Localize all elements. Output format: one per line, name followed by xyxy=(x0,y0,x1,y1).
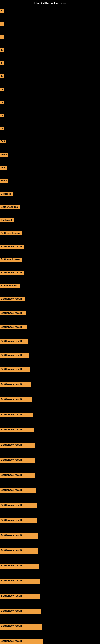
bottleneck-result-label: Bottleneck result xyxy=(0,624,42,630)
bottleneck-result-label: Bottleneck result xyxy=(0,518,37,524)
bottleneck-result-label: B xyxy=(0,62,3,65)
bottleneck-result-label: Bottle xyxy=(0,179,8,183)
bottleneck-result-label: Bottleneck result xyxy=(0,578,40,584)
bottleneck-result-label: Bottleneck result xyxy=(0,548,38,554)
bottleneck-result-label: Bottleneck result xyxy=(0,271,24,275)
bottleneck-result-label: Bottleneck result xyxy=(0,311,26,315)
bottleneck-result-label: Bottleneck result xyxy=(0,244,24,248)
bottleneck-result-label: Bottleneck result xyxy=(0,412,33,418)
bottleneck-result-label: Bottleneck result xyxy=(0,594,40,599)
bottleneck-result-label: B xyxy=(0,22,3,26)
bottleneck-result-label: B xyxy=(0,9,3,13)
bottleneck-result-label: Bottl xyxy=(0,166,7,170)
bottleneck-result-label: Bottleneck result xyxy=(0,398,32,402)
bottleneck-result-label: Bo xyxy=(0,48,4,52)
bottleneck-result-label: Bottleneck res xyxy=(0,205,20,209)
bottleneck-result-label: Bottleneck result xyxy=(0,639,43,644)
bottleneck-result-label: Bottleneck result xyxy=(0,428,34,432)
bottleneck-result-label: Bo xyxy=(0,100,4,104)
bottleneck-result-label: Bottleneck result xyxy=(0,325,27,330)
bottleneck-result-label: Bottleneck result xyxy=(0,564,39,569)
bottleneck-result-label: Bottleneck result xyxy=(0,443,35,448)
bottleneck-result-label: Bottle xyxy=(0,153,8,156)
bottleneck-result-label: Bottleneck result xyxy=(0,488,36,493)
bottleneck-result-label: Bottleneck result xyxy=(0,458,35,463)
bottleneck-result-label: Bottleneck result xyxy=(0,533,38,538)
bottleneck-result-label: Bo xyxy=(0,88,4,91)
bottleneck-result-label: Bottleneck result xyxy=(0,609,41,614)
bottleneck-result-label: Bo xyxy=(0,74,4,78)
bottleneck-result-label: Bottleneck result xyxy=(0,473,35,478)
bottleneck-result-label: Bottleneck result xyxy=(0,367,30,372)
bottleneck-result-label: Bottleneck result xyxy=(0,339,28,344)
bottleneck-result-label: Bottleneck resu xyxy=(0,232,22,235)
bottleneck-result-label: Bottlenec xyxy=(0,192,13,196)
bottleneck-result-label: Bottleneck result xyxy=(0,503,37,508)
bottleneck-result-label: Bo xyxy=(0,114,4,117)
bottleneck-result-label: Bottleneck result xyxy=(0,353,29,358)
site-title: TheBottlenecker.com xyxy=(34,2,66,5)
bottleneck-result-label: Bottleneck xyxy=(0,218,14,222)
bottleneck-result-label: Bott xyxy=(0,140,6,144)
bottleneck-result-label: Bottleneck result xyxy=(0,382,31,387)
bottleneck-result-label: Bo xyxy=(0,127,4,130)
bottleneck-result-label: Bottleneck result xyxy=(0,297,25,301)
bottleneck-result-label: Bottleneck res xyxy=(0,284,20,288)
bottleneck-result-label: Bottleneck resu xyxy=(0,258,22,262)
bottleneck-result-label: B xyxy=(0,35,3,39)
